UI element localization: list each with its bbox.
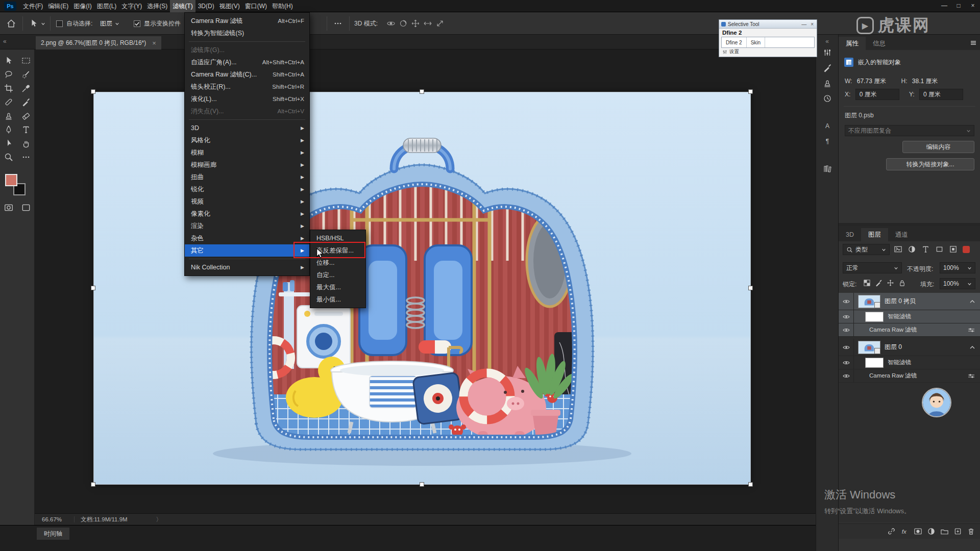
menu-window[interactable]: 窗口(W) xyxy=(242,0,270,12)
eraser-tool[interactable] xyxy=(17,109,35,122)
zoom-level-field[interactable]: 66.67% xyxy=(42,516,75,522)
transform-handle-middle-right[interactable] xyxy=(748,286,753,290)
lock-position-icon[interactable] xyxy=(887,279,894,287)
tab-info[interactable]: 信息 xyxy=(866,37,893,50)
filter-name[interactable]: Camera Raw 滤镜 xyxy=(869,372,967,380)
hand-tool[interactable] xyxy=(17,136,35,150)
menu-item-last-filter[interactable]: Camera Raw 滤镜Alt+Ctrl+F xyxy=(185,15,309,27)
layer-comp-dropdown[interactable]: 不应用图层复合 xyxy=(845,125,974,136)
opacity-field[interactable]: 100% xyxy=(940,262,975,273)
menu-filter[interactable]: 滤镜(T) xyxy=(170,0,195,12)
clone-source-panel-button[interactable] xyxy=(816,76,839,91)
3d-pan-button[interactable] xyxy=(409,18,422,29)
y-value-field[interactable]: 0 厘米 xyxy=(919,89,963,100)
new-layer-icon[interactable] xyxy=(953,527,962,536)
3d-scale-button[interactable] xyxy=(434,18,446,29)
tab-channels[interactable]: 通道 xyxy=(888,228,915,241)
transform-handle-top-right[interactable] xyxy=(748,89,753,94)
type-tool[interactable] xyxy=(17,122,35,136)
options-overflow-button[interactable] xyxy=(332,18,344,29)
add-layer-mask-icon[interactable] xyxy=(914,527,922,536)
lock-transparent-icon[interactable] xyxy=(863,279,871,287)
menu-item-3d[interactable]: 3D▶ xyxy=(185,122,309,134)
screen-mode-icon[interactable] xyxy=(21,203,31,213)
expand-panels-icon[interactable]: « xyxy=(816,38,838,45)
move-tool[interactable] xyxy=(0,54,17,67)
3d-roll-button[interactable] xyxy=(397,18,409,29)
settings-label[interactable]: 设置 xyxy=(729,48,739,55)
menu-edit[interactable]: 编辑(E) xyxy=(45,0,71,12)
panel-minimize-icon[interactable]: — xyxy=(800,21,807,27)
panel-close-icon[interactable]: × xyxy=(810,21,815,27)
menu-item-nik-collection[interactable]: Nik Collection▶ xyxy=(185,261,309,273)
transform-handle-bottom-left[interactable] xyxy=(91,482,95,487)
menu-item-render[interactable]: 渲染▶ xyxy=(185,220,309,232)
home-button[interactable] xyxy=(5,18,17,29)
menu-item-blur-gallery[interactable]: 模糊画廊▶ xyxy=(185,159,309,171)
collapse-smart-filters-icon[interactable] xyxy=(969,299,975,304)
show-transform-checkbox[interactable] xyxy=(134,20,140,27)
menu-item-camera-raw[interactable]: Camera Raw 滤镜(C)...Shift+Ctrl+A xyxy=(185,68,309,81)
submenu-item-custom[interactable]: 自定... xyxy=(310,269,365,281)
edit-toolbar-button[interactable] xyxy=(17,150,35,164)
shape-filter-icon[interactable] xyxy=(935,245,944,254)
layer-thumbnail[interactable] xyxy=(858,341,880,354)
x-value-field[interactable]: 0 厘米 xyxy=(855,89,899,100)
visibility-toggle[interactable] xyxy=(839,323,854,336)
fill-field[interactable]: 100% xyxy=(940,278,975,289)
collapse-toolbar-icon[interactable]: « xyxy=(3,38,7,45)
selective-tool-item[interactable]: Dfine 2 xyxy=(722,37,747,47)
camera-raw-filter-row[interactable]: Camera Raw 滤镜 xyxy=(839,369,980,383)
visibility-toggle[interactable] xyxy=(839,310,854,323)
menu-select[interactable]: 选择(S) xyxy=(144,0,170,12)
panel-menu-icon[interactable] xyxy=(969,39,977,47)
menu-view[interactable]: 视图(V) xyxy=(217,0,242,12)
tab-3d[interactable]: 3D xyxy=(839,228,861,241)
crop-tool[interactable] xyxy=(0,81,17,95)
brush-tool[interactable] xyxy=(17,95,35,109)
menu-item-liquify[interactable]: 液化(L)...Shift+Ctrl+X xyxy=(185,93,309,105)
type-filter-icon[interactable] xyxy=(921,245,930,254)
new-group-icon[interactable] xyxy=(940,527,949,536)
marquee-tool[interactable] xyxy=(17,54,35,67)
filter-name[interactable]: Camera Raw 滤镜 xyxy=(869,326,967,334)
smart-object-filter-icon[interactable] xyxy=(949,245,958,254)
menu-item-adaptive-wide-angle[interactable]: 自适应广角(A)...Alt+Shift+Ctrl+A xyxy=(185,56,309,68)
lock-paint-icon[interactable] xyxy=(875,279,883,287)
layer-filter-dropdown[interactable]: 类型 xyxy=(843,244,890,255)
visibility-toggle[interactable] xyxy=(839,369,854,382)
filter-blend-options-icon[interactable] xyxy=(967,327,975,333)
smart-filter-row[interactable]: 智能滤镜 xyxy=(839,356,980,369)
transform-handle-top-left[interactable] xyxy=(91,89,95,94)
menu-item-other[interactable]: 其它▶ xyxy=(185,244,309,257)
menu-item-lens-correction[interactable]: 镜头校正(R)...Shift+Ctrl+R xyxy=(185,81,309,93)
menu-item-video[interactable]: 视频▶ xyxy=(185,195,309,208)
submenu-item-maximum[interactable]: 最大值... xyxy=(310,281,365,293)
3d-slide-button[interactable] xyxy=(422,18,434,29)
lasso-tool[interactable] xyxy=(0,67,17,81)
lock-all-icon[interactable] xyxy=(898,279,906,287)
auto-select-target-dropdown[interactable]: 图层 xyxy=(100,18,119,29)
menu-help[interactable]: 帮助(H) xyxy=(270,0,296,12)
visibility-toggle[interactable] xyxy=(839,293,854,310)
layer-style-icon[interactable] xyxy=(900,527,909,536)
transform-handle-bottom-center[interactable] xyxy=(420,482,424,487)
menu-image[interactable]: 图像(I) xyxy=(71,0,94,12)
zoom-tool[interactable] xyxy=(0,150,17,164)
menu-layer[interactable]: 图层(L) xyxy=(94,0,119,12)
3d-orbit-button[interactable] xyxy=(385,18,397,29)
path-selection-tool[interactable] xyxy=(0,136,17,150)
paragraph-panel-button[interactable]: ¶ xyxy=(816,134,839,149)
menu-item-blur[interactable]: 模糊▶ xyxy=(185,146,309,159)
history-panel-button[interactable] xyxy=(816,91,839,106)
smart-filter-row[interactable]: 智能滤镜 xyxy=(839,310,980,323)
layer-name[interactable]: 图层 0 拷贝 xyxy=(885,297,969,306)
layer-row[interactable]: 图层 0 xyxy=(839,339,980,356)
selective-tool-panel[interactable]: Selective Tool — × Dfine 2 Dfine 2 Skin … xyxy=(719,19,817,57)
status-chevron-icon[interactable]: 〉 xyxy=(156,516,162,523)
pen-tool[interactable] xyxy=(0,122,17,136)
layer-name[interactable]: 图层 0 xyxy=(885,343,969,352)
close-window-button[interactable]: × xyxy=(966,0,980,12)
filter-toggle[interactable] xyxy=(963,246,970,253)
menu-file[interactable]: 文件(F) xyxy=(20,0,45,12)
